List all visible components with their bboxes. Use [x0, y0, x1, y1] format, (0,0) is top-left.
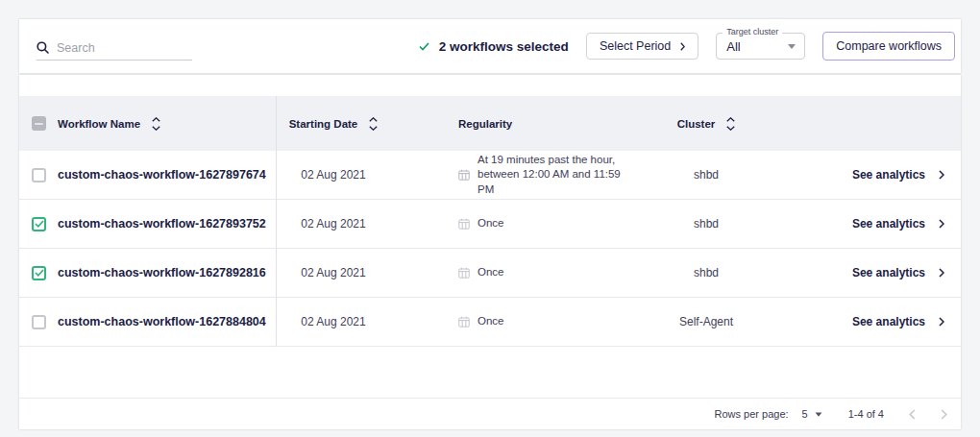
table-row: custom-chaos-workflow-1627884804 02 Aug …: [19, 298, 961, 347]
chevron-left-icon: [909, 409, 916, 420]
sort-desc-icon: [369, 126, 378, 131]
starting-date: 02 Aug 2021: [301, 217, 365, 231]
table-row: custom-chaos-workflow-1627893752 02 Aug …: [19, 200, 961, 249]
workflow-name: custom-chaos-workflow-1627892816: [58, 266, 266, 279]
search-field[interactable]: [37, 36, 192, 61]
sort-icons: [726, 117, 735, 131]
chevron-right-icon: [939, 317, 944, 327]
selection-status-label: 2 workflows selected: [439, 39, 569, 54]
rows-per-page-label: Rows per page:: [715, 408, 789, 420]
previous-page-button[interactable]: [909, 409, 916, 420]
starting-date: 02 Aug 2021: [301, 266, 365, 279]
cluster: shbd: [694, 266, 719, 279]
next-page-button[interactable]: [941, 409, 947, 420]
row-checkbox[interactable]: [32, 217, 46, 231]
column-header-starting-date[interactable]: Starting Date: [276, 117, 391, 131]
starting-date: 02 Aug 2021: [301, 315, 365, 328]
table-row: custom-chaos-workflow-1627897674 02 Aug …: [19, 151, 961, 200]
see-analytics-link[interactable]: See analytics: [778, 315, 961, 328]
sort-asc-icon: [152, 117, 160, 122]
see-analytics-link[interactable]: See analytics: [778, 217, 961, 231]
select-period-label: Select Period: [600, 39, 671, 53]
regularity: At 19 minutes past the hour, between 12:…: [478, 153, 634, 198]
table-header: Workflow Name Starting Date Regularity C…: [19, 96, 961, 151]
row-checkbox[interactable]: [32, 315, 46, 329]
toolbar: 2 workflows selected Select Period Targe…: [19, 19, 961, 73]
page-range: 1-4 of 4: [848, 408, 884, 420]
cluster: Self-Agent: [679, 315, 733, 328]
sort-icons: [369, 117, 378, 131]
dropdown-arrow-icon: [788, 44, 796, 49]
pagination-bar: Rows per page: 5 1-4 of 4: [19, 398, 961, 429]
chevron-right-icon: [939, 219, 944, 229]
column-divider: [276, 96, 277, 347]
see-analytics-link[interactable]: See analytics: [778, 266, 961, 279]
regularity: Once: [478, 216, 504, 231]
rows-per-page-select[interactable]: 5: [802, 408, 822, 420]
dropdown-arrow-icon: [815, 412, 821, 416]
search-icon: [37, 41, 49, 54]
chevron-right-icon: [941, 409, 947, 420]
row-checkbox[interactable]: [32, 168, 46, 182]
column-header-cluster[interactable]: Cluster: [634, 117, 778, 131]
sort-desc-icon: [726, 126, 735, 131]
workflow-name: custom-chaos-workflow-1627884804: [58, 315, 266, 328]
target-cluster-label: Target cluster: [723, 27, 782, 36]
column-header-regularity: Regularity: [391, 118, 634, 130]
compare-workflows-button[interactable]: Compare workflows: [822, 32, 955, 61]
row-checkbox[interactable]: [32, 266, 46, 280]
target-cluster-select[interactable]: Target cluster All: [716, 33, 805, 60]
workflows-table: Workflow Name Starting Date Regularity C…: [19, 75, 961, 429]
select-all-checkbox[interactable]: [32, 116, 46, 131]
selection-status: 2 workflows selected: [419, 39, 569, 54]
sort-icons: [152, 117, 160, 131]
chevron-right-icon: [680, 42, 685, 51]
search-input[interactable]: [57, 41, 178, 55]
calendar-icon: [458, 218, 470, 230]
sort-asc-icon: [726, 117, 735, 122]
checkmark-icon: [419, 42, 429, 51]
cluster: shbd: [694, 217, 719, 231]
regularity: Once: [478, 314, 504, 329]
select-period-button[interactable]: Select Period: [586, 33, 698, 60]
calendar-icon: [458, 316, 470, 328]
cluster: shbd: [694, 168, 719, 182]
regularity: Once: [478, 265, 504, 280]
table-row: custom-chaos-workflow-1627892816 02 Aug …: [19, 249, 961, 298]
sort-desc-icon: [152, 126, 160, 131]
table-body: custom-chaos-workflow-1627897674 02 Aug …: [19, 151, 961, 347]
chevron-right-icon: [939, 268, 944, 278]
workflow-comparison-page: 2 workflows selected Select Period Targe…: [0, 0, 980, 437]
starting-date: 02 Aug 2021: [301, 168, 365, 182]
sort-asc-icon: [369, 117, 378, 122]
target-cluster-value: All: [726, 39, 740, 54]
compare-workflows-label: Compare workflows: [836, 39, 942, 53]
workflow-name: custom-chaos-workflow-1627893752: [58, 217, 266, 231]
calendar-icon: [458, 169, 470, 181]
chevron-right-icon: [939, 170, 944, 180]
see-analytics-link[interactable]: See analytics: [778, 168, 961, 182]
toolbar-actions: 2 workflows selected Select Period Targe…: [419, 32, 955, 61]
workflow-name: custom-chaos-workflow-1627897674: [58, 168, 266, 182]
column-header-workflow-name[interactable]: Workflow Name: [58, 117, 276, 131]
calendar-icon: [458, 267, 470, 279]
